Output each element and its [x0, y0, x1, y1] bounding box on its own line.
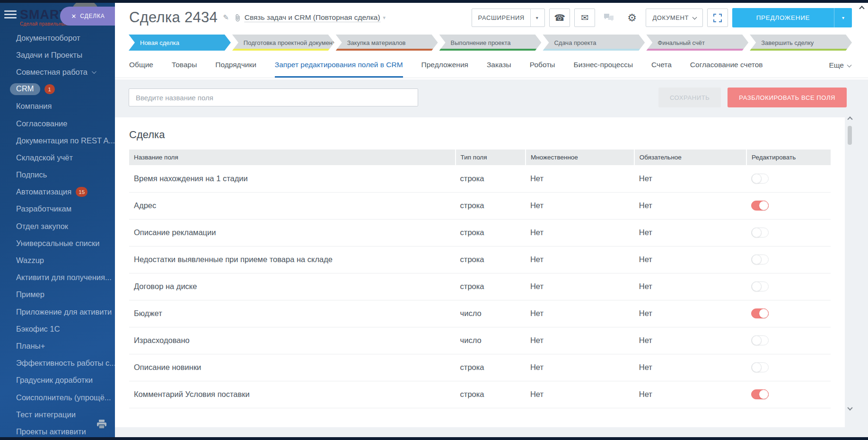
- pipeline-stage[interactable]: Финальный счёт: [646, 35, 748, 51]
- tab-more-label: Еще: [829, 61, 844, 70]
- proposal-button[interactable]: ПРЕДЛОЖЕНИЕ ▾: [732, 8, 852, 27]
- document-button[interactable]: ДОКУМЕНТ: [646, 9, 703, 27]
- stage-label: Закупка материалов: [347, 39, 406, 46]
- save-button[interactable]: СОХРАНИТЬ: [658, 88, 721, 107]
- sidebar-item[interactable]: Бэкофис 1С: [0, 320, 115, 337]
- stage-label: Выполнение проекта: [451, 39, 511, 46]
- tab[interactable]: Счета: [651, 53, 672, 78]
- sidebar: SMARTБИ Сделай правильный ✕ СДЕЛКА Докум…: [0, 3, 115, 437]
- column-header: Редактировать: [746, 150, 831, 165]
- sidebar-item[interactable]: Универсальные списки: [0, 235, 115, 252]
- pipeline-stage[interactable]: Закупка материалов: [336, 35, 438, 51]
- call-button[interactable]: ☎: [549, 9, 570, 27]
- tab-label: Роботы: [530, 61, 555, 69]
- tab[interactable]: Товары: [172, 53, 197, 78]
- sidebar-item-label: CRM: [10, 83, 40, 95]
- tab[interactable]: Заказы: [487, 53, 511, 78]
- content-scrollbar[interactable]: [846, 116, 854, 411]
- sidebar-item[interactable]: Документация по REST A...: [0, 132, 115, 149]
- extensions-caret-icon[interactable]: ▾: [530, 9, 539, 26]
- hamburger-menu-icon[interactable]: [4, 10, 17, 20]
- edit-toggle[interactable]: [751, 308, 769, 318]
- tab[interactable]: Роботы: [530, 53, 555, 78]
- chat-button[interactable]: [599, 9, 618, 27]
- sidebar-item-label: Соисполнитель (упрощё...: [16, 393, 111, 402]
- sidebar-item-label: Активити для получения...: [16, 273, 112, 282]
- extensions-button[interactable]: РАСШИРЕНИЯ ▾: [472, 9, 545, 27]
- deal-relation-link[interactable]: Связь задач и CRM (Повторная сделка): [245, 13, 380, 22]
- sidebar-item-label: Бэкофис 1С: [16, 325, 60, 334]
- sidebar-item[interactable]: Wazzup: [0, 252, 115, 269]
- expand-button[interactable]: [707, 9, 728, 27]
- edit-title-icon[interactable]: ✎: [223, 13, 229, 22]
- sidebar-item[interactable]: Складской учёт: [0, 149, 115, 166]
- field-required: Нет: [634, 300, 746, 327]
- sidebar-item[interactable]: Компания: [0, 98, 115, 115]
- sidebar-item[interactable]: Подпись: [0, 167, 115, 184]
- email-button[interactable]: ✉: [574, 9, 595, 27]
- mail-icon: ✉: [581, 12, 589, 23]
- tab-label: Заказы: [487, 61, 511, 69]
- edit-toggle[interactable]: [751, 201, 769, 211]
- field-multiple: Нет: [526, 327, 634, 354]
- sidebar-item[interactable]: Документооборот: [0, 29, 115, 46]
- pipeline-stage[interactable]: Подготовка проектной документ...: [232, 35, 334, 51]
- field-required: Нет: [634, 381, 746, 408]
- sidebar-item[interactable]: Приложение для активити: [0, 303, 115, 320]
- pipeline-stage[interactable]: Завершить сделку: [750, 35, 852, 51]
- field-multiple: Нет: [526, 273, 634, 300]
- tab-more[interactable]: Еще: [829, 53, 851, 78]
- tab[interactable]: Бизнес-процессы: [573, 53, 633, 78]
- field-search-input[interactable]: [129, 88, 418, 106]
- link-caret-icon[interactable]: ▾: [383, 15, 386, 21]
- sidebar-item[interactable]: Разработчикам: [0, 201, 115, 218]
- settings-button[interactable]: ⚙: [623, 9, 641, 27]
- table-row: Бюджет число Нет Нет: [129, 300, 831, 327]
- sidebar-item[interactable]: Планы+: [0, 337, 115, 354]
- tab[interactable]: Запрет редактирования полей в CRM: [275, 53, 403, 78]
- sidebar-item[interactable]: Соисполнитель (упрощё...: [0, 389, 115, 406]
- tab[interactable]: Предложения: [421, 53, 468, 78]
- edit-toggle[interactable]: [751, 335, 769, 345]
- edit-toggle[interactable]: [751, 282, 769, 291]
- sidebar-item[interactable]: Автоматизация 15: [0, 184, 115, 201]
- tab[interactable]: Общие: [129, 53, 153, 78]
- sidebar-item[interactable]: Задачи и Проекты: [0, 46, 115, 63]
- tab-label: Запрет редактирования полей в CRM: [275, 61, 403, 69]
- sidebar-item[interactable]: Отдел закупок: [0, 218, 115, 235]
- edit-toggle[interactable]: [751, 228, 769, 238]
- table-row: Израсходовано число Нет Нет: [129, 327, 831, 354]
- field-multiple: Нет: [526, 246, 634, 273]
- deal-slider-tab[interactable]: ✕ СДЕЛКА: [60, 7, 115, 26]
- main-area: Сделка 2434 ✎ Связь задач и CRM (Повторн…: [115, 3, 868, 437]
- printer-icon[interactable]: [96, 419, 107, 431]
- unlock-all-fields-button[interactable]: РАЗБЛОКИРОВАТЬ ВСЕ ПОЛЯ: [728, 88, 847, 107]
- sidebar-item[interactable]: Эффективность работы с...: [0, 355, 115, 372]
- scroll-down-icon[interactable]: [847, 405, 852, 410]
- close-icon[interactable]: ✕: [71, 13, 76, 20]
- table-row: Описание рекламации строка Нет Нет: [129, 219, 831, 246]
- pipeline-stage[interactable]: Выполнение проекта: [439, 35, 542, 51]
- sidebar-item[interactable]: Совместная работа: [0, 63, 115, 80]
- proposal-caret-icon[interactable]: ▾: [834, 8, 852, 27]
- scrollbar-thumb[interactable]: [848, 126, 852, 145]
- sidebar-item[interactable]: CRM 1: [0, 81, 115, 98]
- pipeline-stage[interactable]: Сдача проекта: [543, 35, 645, 51]
- sidebar-item[interactable]: Пример: [0, 286, 115, 303]
- gear-icon: ⚙: [627, 12, 637, 24]
- sidebar-item[interactable]: Активити для получения...: [0, 269, 115, 286]
- pipeline-stage[interactable]: Новая сделка: [129, 35, 231, 51]
- sidebar-item[interactable]: Градусник доработки: [0, 372, 115, 389]
- sidebar-item[interactable]: Согласование: [0, 115, 115, 132]
- tab[interactable]: Согласование счетов: [690, 53, 763, 78]
- edit-toggle[interactable]: [751, 174, 769, 184]
- paperclip-icon[interactable]: [235, 14, 241, 24]
- edit-toggle[interactable]: [751, 389, 769, 399]
- field-name: Адрес: [129, 192, 456, 219]
- edit-toggle[interactable]: [751, 362, 769, 372]
- table-header-row: Название поля Тип поля Множественное Обя…: [129, 150, 831, 165]
- tab[interactable]: Подрядчики: [215, 53, 256, 78]
- sidebar-item-label: Подпись: [16, 170, 47, 179]
- scroll-up-icon[interactable]: [847, 116, 852, 122]
- edit-toggle[interactable]: [751, 255, 769, 264]
